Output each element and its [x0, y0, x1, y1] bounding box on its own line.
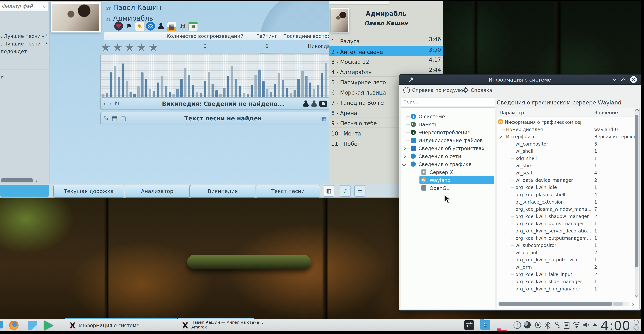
- bluetooth-icon[interactable]: [545, 321, 550, 329]
- tab-2[interactable]: Анализатор: [125, 185, 190, 197]
- window-icon[interactable]: ▭: [354, 185, 366, 196]
- disc-icon[interactable]: ◎: [146, 22, 155, 30]
- clipboard-icon[interactable]: [563, 321, 570, 329]
- collection-item[interactable]: . Лучшие песни - Ча: [1, 33, 48, 39]
- media-tray-icon[interactable]: [535, 321, 542, 329]
- tab-3[interactable]: Википедия: [190, 185, 256, 197]
- search-input[interactable]: [401, 97, 491, 105]
- help-button[interactable]: Справка: [463, 85, 492, 95]
- guitar-icon[interactable]: ♬: [178, 22, 187, 30]
- collection-item[interactable]: . Лучшие песни - Ча: [1, 41, 48, 47]
- tree-item-сервер-x[interactable]: XСервер X: [401, 168, 495, 176]
- refresh-icon[interactable]: ↻: [329, 115, 329, 122]
- playlist-track[interactable]: 1 - Радуга3:46: [329, 35, 443, 46]
- tree-item-энергопотребление[interactable]: ϟЭнергопотребление: [401, 128, 495, 136]
- volume-icon[interactable]: [583, 321, 590, 329]
- tree-item-сведения-о-графике[interactable]: Сведения о графике: [401, 160, 495, 168]
- expand-tray-icon[interactable]: [592, 323, 597, 326]
- maximize-button[interactable]: [620, 77, 626, 82]
- shop-icon[interactable]: ▦: [167, 22, 176, 31]
- tab-filler[interactable]: [0, 185, 49, 196]
- save-icon[interactable]: ▤: [112, 115, 118, 122]
- column-header-value[interactable]: Значение: [594, 110, 618, 115]
- collection-filter[interactable]: [0, 2, 48, 11]
- param-value: 1: [594, 243, 597, 248]
- table-vscrollbar[interactable]: [635, 115, 638, 267]
- expander-icon[interactable]: [498, 134, 502, 138]
- back-icon[interactable]: ‹: [104, 100, 106, 107]
- sidebar-hscrollbar[interactable]: [1, 178, 33, 182]
- love-icon[interactable]: ♥: [114, 22, 123, 30]
- page-icon[interactable]: ▢: [120, 115, 126, 122]
- tree-item-о-системе[interactable]: iО системе: [401, 112, 495, 120]
- tree-item-сведения-об-устройствах[interactable]: Сведения об устройствах: [401, 144, 495, 152]
- param-value: 1: [594, 163, 597, 168]
- expander-icon[interactable]: [402, 146, 406, 150]
- mixer-icon[interactable]: [464, 320, 474, 330]
- layout-panel-icon[interactable]: ▥: [323, 185, 334, 196]
- tab-4[interactable]: Текст песни: [256, 185, 320, 197]
- panel-settings-icon[interactable]: [634, 325, 640, 331]
- info-tray-icon[interactable]: !: [514, 321, 521, 329]
- player-icon[interactable]: [44, 321, 53, 331]
- search-field[interactable]: [401, 97, 495, 106]
- tree-item-память[interactable]: ↻Память: [401, 120, 495, 128]
- rating-stars[interactable]: ★★★★★: [101, 41, 160, 54]
- expander-icon[interactable]: [402, 162, 406, 166]
- param-value: Версия интерфейса: [594, 134, 640, 139]
- folder-video-icon[interactable]: [480, 320, 490, 330]
- edit-icon[interactable]: ✎: [104, 115, 109, 122]
- table-hscrollbar-track[interactable]: [498, 302, 629, 306]
- performer-icon[interactable]: [311, 100, 317, 107]
- module-help-button[interactable]: i Справка по модулю: [403, 85, 463, 95]
- scroll-up-icon[interactable]: [636, 109, 638, 113]
- tree-item-opengl[interactable]: OpenGL: [401, 184, 495, 192]
- task-amarok[interactable]: X Павел Кашин — Ангел на свече :: Amarok: [182, 320, 263, 330]
- album-view-icon[interactable]: [320, 101, 327, 107]
- music-window-icon[interactable]: ♪: [340, 185, 351, 196]
- task-kinfocenter[interactable]: X Информация о системе: [70, 321, 139, 330]
- tree-item-сведения-о-сети[interactable]: Сведения о сети: [401, 152, 495, 160]
- wifi-icon[interactable]: [572, 321, 581, 329]
- refresh-icon[interactable]: ↻: [114, 100, 120, 107]
- activity-switcher-icon[interactable]: [634, 320, 639, 325]
- table-icon[interactable]: ▦: [321, 115, 326, 122]
- param-name: org_kde_kwin_outputdevice: [516, 257, 578, 263]
- column-header-param[interactable]: Параметр: [500, 110, 524, 115]
- edit-icon[interactable]: ✎: [135, 22, 144, 31]
- key-icon[interactable]: [554, 321, 561, 329]
- analyzer-bar: [180, 79, 182, 97]
- titlebar[interactable]: Информация о системе: [399, 75, 640, 85]
- tree-item-wayland[interactable]: WWayland: [401, 176, 495, 184]
- minimize-button[interactable]: [611, 77, 618, 82]
- param-name: org_kde_kwin_shadow_manager: [516, 214, 589, 219]
- tab-1[interactable]: Текущая дорожка: [53, 185, 124, 197]
- flag-icon[interactable]: ⚑: [125, 22, 134, 30]
- album-cover[interactable]: [51, 2, 100, 32]
- playlist-track[interactable]: 2 - Ангел на свече3:50: [329, 46, 443, 56]
- forward-icon[interactable]: ›: [109, 100, 111, 107]
- collection-item[interactable]: и: [1, 74, 48, 80]
- table-hscrollbar[interactable]: [498, 302, 612, 306]
- folder-activities-icon[interactable]: [497, 330, 507, 331]
- chevron-down-icon[interactable]: [44, 4, 46, 8]
- tree-item-label: О системе: [418, 114, 445, 119]
- amarok-window: . Лучшие песни - Ча. Лучшие песни - Чапо…: [0, 1, 443, 197]
- artist-icon[interactable]: [303, 100, 309, 107]
- collection-item[interactable]: подождет: [1, 49, 48, 54]
- launcher-icon[interactable]: [0, 321, 2, 329]
- tree-item-индексирование-файлов[interactable]: Индексирование файлов: [401, 136, 495, 144]
- expander-icon[interactable]: [402, 154, 406, 158]
- playlist-track[interactable]: 3 - Москва 124:17: [329, 56, 443, 66]
- firefox-icon[interactable]: [9, 321, 18, 330]
- network-tray-icon[interactable]: [524, 321, 531, 329]
- scroll-right-icon[interactable]: ›: [36, 177, 38, 183]
- scroll-down-icon[interactable]: [636, 293, 638, 297]
- scroll-right-icon[interactable]: ›: [632, 301, 634, 307]
- filter-input[interactable]: [0, 3, 41, 9]
- artist-icon[interactable]: [156, 22, 165, 30]
- close-button[interactable]: [630, 76, 637, 83]
- clock[interactable]: 4:00: [601, 319, 630, 331]
- calendar-icon[interactable]: ▦: [188, 22, 198, 31]
- documents-icon[interactable]: [28, 321, 37, 330]
